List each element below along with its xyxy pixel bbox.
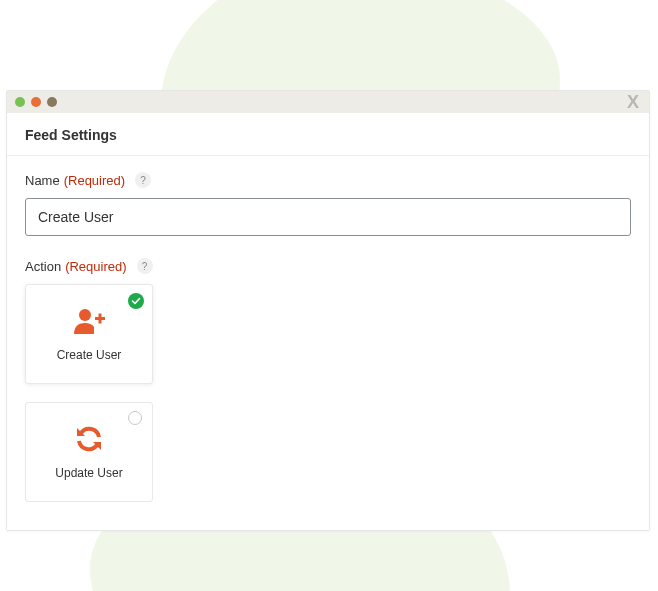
required-marker: (Required)	[65, 259, 126, 274]
action-option-create-user[interactable]: Create User	[25, 284, 153, 384]
help-icon[interactable]: ?	[135, 172, 151, 188]
window-body: Feed Settings Name (Required) ? Action (…	[7, 113, 649, 530]
form-content: Name (Required) ? Action (Required) ?	[7, 156, 649, 530]
unselected-indicator	[128, 411, 144, 427]
close-icon[interactable]: X	[627, 91, 639, 113]
action-option-update-user[interactable]: Update User	[25, 402, 153, 502]
check-icon	[128, 293, 144, 309]
svg-rect-2	[99, 314, 102, 324]
traffic-light-green[interactable]	[15, 97, 25, 107]
name-label: Name	[25, 173, 60, 188]
user-plus-icon	[72, 306, 106, 336]
window-titlebar: X	[7, 91, 649, 113]
required-marker: (Required)	[64, 173, 125, 188]
page-title: Feed Settings	[25, 127, 631, 143]
section-header: Feed Settings	[7, 113, 649, 156]
name-input[interactable]	[25, 198, 631, 236]
action-label: Action	[25, 259, 61, 274]
svg-point-0	[79, 309, 91, 321]
action-option-label: Update User	[55, 466, 122, 480]
selected-indicator	[128, 293, 144, 309]
refresh-icon	[72, 424, 106, 454]
action-section: Action (Required) ?	[25, 258, 631, 502]
action-option-label: Create User	[57, 348, 122, 362]
traffic-light-orange[interactable]	[31, 97, 41, 107]
settings-window: X Feed Settings Name (Required) ? Action…	[6, 90, 650, 531]
circle-icon	[128, 411, 142, 425]
name-label-row: Name (Required) ?	[25, 172, 631, 188]
action-options: Create User	[25, 284, 631, 502]
help-icon[interactable]: ?	[137, 258, 153, 274]
action-label-row: Action (Required) ?	[25, 258, 631, 274]
traffic-light-brown[interactable]	[47, 97, 57, 107]
